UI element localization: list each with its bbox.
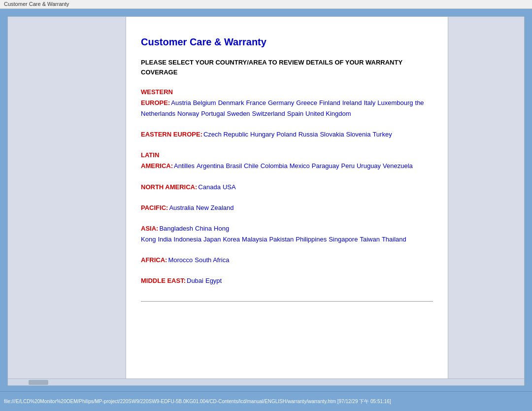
country-link-turkey[interactable]: Turkey [372, 131, 392, 138]
country-link-taiwan[interactable]: Taiwan [360, 236, 379, 243]
country-link-mexico[interactable]: Mexico [290, 162, 310, 170]
country-link-canada[interactable]: Canada [198, 183, 221, 191]
country-link-united-kingdom[interactable]: United Kingdom [305, 110, 351, 117]
country-link-egypt[interactable]: Egypt [205, 277, 222, 284]
country-link-venezuela[interactable]: Venezuela [383, 162, 413, 170]
country-link-singapore[interactable]: Singapore [329, 236, 358, 243]
country-link-czech-republic[interactable]: Czech Republic [203, 131, 248, 138]
region-label-north-america: NORTH AMERICA: [141, 183, 197, 191]
country-link-malaysia[interactable]: Malaysia [242, 236, 267, 243]
title-bar-text: Customer Care & Warranty [4, 1, 69, 7]
country-link-slovenia[interactable]: Slovenia [346, 131, 371, 138]
status-bar: file:///E/LCD%20Monitor%20OEM/Philips/MP… [0, 391, 532, 411]
country-link-sweden[interactable]: Sweden [227, 110, 250, 117]
main-content: Customer Care & Warranty PLEASE SELECT Y… [126, 17, 448, 378]
country-link-dubai[interactable]: Dubai [187, 277, 203, 284]
country-link-pakistan[interactable]: Pakistan [269, 236, 294, 243]
country-link-hungary[interactable]: Hungary [250, 131, 274, 138]
page-title: Customer Care & Warranty [141, 36, 433, 48]
left-sidebar [8, 17, 126, 378]
status-text: file:///E/LCD%20Monitor%20OEM/Philips/MP… [4, 398, 391, 405]
country-link-poland[interactable]: Poland [276, 131, 296, 138]
region-pacific: PACIFIC:AustraliaNew Zealand [141, 203, 433, 213]
regions-container: WESTERN EUROPE:AustriaBelgiumDenmarkFran… [141, 87, 433, 286]
country-link-austria[interactable]: Austria [171, 99, 191, 106]
country-link-greece[interactable]: Greece [296, 99, 317, 106]
right-sidebar [448, 17, 524, 378]
country-link-denmark[interactable]: Denmark [218, 99, 244, 106]
country-link-slovakia[interactable]: Slovakia [320, 131, 344, 138]
region-label-eastern-europe: EASTERN EUROPE: [141, 131, 202, 138]
country-link-belgium[interactable]: Belgium [193, 99, 216, 106]
country-link-korea[interactable]: Korea [223, 236, 240, 243]
country-link-argentina[interactable]: Argentina [197, 162, 224, 170]
region-label-western-europe: WESTERN EUROPE: [141, 88, 173, 106]
region-label-middle-east: MIDDLE EAST: [141, 277, 186, 284]
country-link-norway[interactable]: Norway [177, 110, 199, 117]
country-link-morocco[interactable]: Morocco [168, 256, 193, 264]
bottom-scroll[interactable] [8, 378, 524, 385]
country-link-south-africa[interactable]: South Africa [195, 256, 229, 264]
region-asia: ASIA:BangladeshChinaHong KongIndiaIndone… [141, 223, 433, 245]
country-link-switzerland[interactable]: Switzerland [252, 110, 285, 117]
country-link-france[interactable]: France [246, 99, 266, 106]
region-label-latin-america: LATIN AMERICA: [141, 151, 173, 170]
country-link-colombia[interactable]: Colombia [261, 162, 288, 170]
region-label-pacific: PACIFIC: [141, 204, 168, 211]
country-link-new-zealand[interactable]: New Zealand [196, 204, 234, 211]
country-link-thailand[interactable]: Thailand [382, 236, 406, 243]
instruction-text: PLEASE SELECT YOUR COUNTRY/AREA TO REVIE… [141, 58, 433, 77]
country-link-luxembourg[interactable]: Luxembourg [377, 99, 413, 106]
country-link-brasil[interactable]: Brasil [226, 162, 242, 170]
region-western-europe: WESTERN EUROPE:AustriaBelgiumDenmarkFran… [141, 87, 433, 119]
country-link-usa[interactable]: USA [223, 183, 236, 191]
country-link-spain[interactable]: Spain [287, 110, 303, 117]
content-area: Customer Care & Warranty PLEASE SELECT Y… [8, 17, 524, 378]
region-latin-america: LATIN AMERICA:AntillesArgentinaBrasilChi… [141, 150, 433, 171]
country-link-paraguay[interactable]: Paraguay [312, 162, 339, 170]
country-link-finland[interactable]: Finland [319, 99, 340, 106]
region-middle-east: MIDDLE EAST:DubaiEgypt [141, 275, 433, 286]
region-eastern-europe: EASTERN EUROPE:Czech RepublicHungaryPola… [141, 129, 433, 140]
country-link-bangladesh[interactable]: Bangladesh [159, 225, 193, 232]
country-link-uruguay[interactable]: Uruguay [357, 162, 381, 170]
country-link-portugal[interactable]: Portugal [201, 110, 225, 117]
country-link-peru[interactable]: Peru [341, 162, 354, 170]
region-label-asia: ASIA: [141, 225, 158, 232]
country-link-indonesia[interactable]: Indonesia [174, 236, 201, 243]
country-link-china[interactable]: China [195, 225, 212, 232]
region-africa: AFRICA:MoroccoSouth Africa [141, 255, 433, 266]
browser-frame: Customer Care & Warranty PLEASE SELECT Y… [7, 16, 525, 386]
region-north-america: NORTH AMERICA:CanadaUSA [141, 182, 433, 193]
country-link-russia[interactable]: Russia [299, 131, 318, 138]
country-link-germany[interactable]: Germany [268, 99, 294, 106]
region-label-africa: AFRICA: [141, 256, 167, 264]
country-link-ireland[interactable]: Ireland [342, 99, 362, 106]
country-link-japan[interactable]: Japan [203, 236, 221, 243]
country-link-australia[interactable]: Australia [169, 204, 194, 211]
browser-outer: Customer Care & Warranty PLEASE SELECT Y… [0, 9, 532, 391]
title-bar: Customer Care & Warranty [0, 0, 532, 9]
country-link-philippines[interactable]: Philippines [296, 236, 327, 243]
country-link-chile[interactable]: Chile [244, 162, 259, 170]
divider [141, 301, 433, 302]
country-link-italy[interactable]: Italy [364, 99, 375, 106]
country-link-antilles[interactable]: Antilles [174, 162, 195, 170]
country-link-india[interactable]: India [158, 236, 171, 243]
scroll-thumb[interactable] [29, 380, 48, 385]
